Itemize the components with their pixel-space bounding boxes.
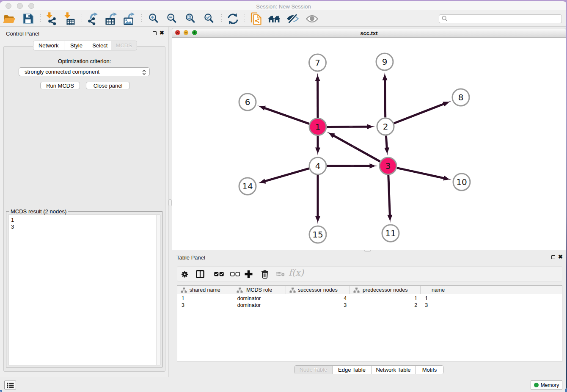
edge-arrow-4-14: [258, 179, 266, 184]
edge-3-11[interactable]: [388, 175, 390, 215]
memory-button[interactable]: Memory: [531, 380, 562, 390]
edge-mark: [351, 166, 354, 166]
export-table-button[interactable]: [105, 11, 118, 27]
select-all-button[interactable]: [214, 269, 224, 279]
table-tab-network-table[interactable]: Network Table: [372, 366, 416, 374]
column-header-label: predecessor nodes: [363, 287, 407, 293]
search-input[interactable]: [448, 15, 561, 22]
save-session-button[interactable]: [20, 11, 36, 27]
graph-node-label-2: 2: [383, 121, 388, 132]
table-tab-motifs[interactable]: Motifs: [416, 366, 443, 374]
edge-mark: [349, 126, 352, 127]
show-all-button[interactable]: [306, 11, 318, 27]
table-cell[interactable]: dominator: [237, 295, 261, 302]
edge-2-8[interactable]: [394, 104, 444, 123]
import-network-button[interactable]: [46, 11, 56, 27]
import-table-button[interactable]: [64, 11, 75, 27]
node-table[interactable]: shared nameMCDS rolesuccessor nodesprede…: [177, 285, 562, 362]
add-column-button[interactable]: [245, 269, 253, 279]
edge-3-1[interactable]: [333, 135, 380, 162]
column-header-MCDS-role[interactable]: MCDS role: [233, 286, 286, 294]
mcds-result-title: MCDS result (2 nodes): [9, 208, 68, 215]
control-panel-tabs: NetworkStyleSelectMCDS: [33, 41, 137, 50]
table-tab-node-table[interactable]: Node Table: [295, 366, 333, 374]
split-columns-button[interactable]: [196, 269, 205, 279]
edge-1-6[interactable]: [264, 108, 309, 124]
reset-view-button[interactable]: [267, 11, 282, 27]
graph-node-label-8: 8: [458, 92, 464, 102]
search-icon: [441, 15, 448, 22]
zoom-fit-button[interactable]: [186, 11, 195, 27]
zoom-out-button[interactable]: [167, 11, 176, 27]
control-panel-title: Control Panel: [6, 30, 39, 37]
function-builder-button[interactable]: f(x): [289, 268, 303, 277]
status-bar: Memory: [0, 377, 567, 392]
refresh-button[interactable]: [225, 11, 240, 27]
table-cell[interactable]: 4: [286, 295, 347, 302]
zoom-in-icon: [149, 14, 158, 24]
search-box[interactable]: [439, 14, 562, 23]
toolbar-separator: [245, 13, 245, 25]
table-panel-title: Table Panel: [176, 254, 205, 261]
table-panel-close-icon[interactable]: ✖: [558, 255, 563, 259]
table-cell[interactable]: 1: [350, 295, 417, 302]
export-network-icon: [88, 12, 99, 25]
table-settings-button[interactable]: [181, 269, 188, 279]
close-panel-button[interactable]: Close panel: [86, 82, 130, 89]
duplicate-network-button[interactable]: [248, 11, 264, 27]
control-panel: Control Panel ✖ NetworkStyleSelectMCDS O…: [0, 27, 169, 377]
run-mcds-button[interactable]: Run MCDS: [40, 82, 80, 89]
delete-table-button[interactable]: [276, 269, 285, 279]
network-window-titlebar[interactable]: scc.txt: [172, 28, 566, 38]
table-panel: Table Panel ✖: [172, 253, 566, 377]
export-network-button[interactable]: [88, 11, 99, 27]
result-scrollbar[interactable]: [156, 215, 160, 365]
graph-node-label-3: 3: [385, 161, 391, 171]
optimization-dropdown[interactable]: strongly connected component: [19, 67, 150, 76]
edge-3-10[interactable]: [397, 168, 444, 179]
control-panel-tab-network[interactable]: Network: [33, 41, 64, 50]
control-panel-close-icon[interactable]: ✖: [160, 31, 164, 35]
table-cell[interactable]: 1: [182, 295, 184, 302]
zoom-in-button[interactable]: [149, 11, 158, 27]
deselect-all-button[interactable]: [230, 269, 240, 279]
table-cell[interactable]: dominator: [237, 302, 261, 309]
table-tab-edge-table[interactable]: Edge Table: [333, 366, 372, 374]
edge-4-14[interactable]: [264, 168, 309, 182]
mcds-result-text[interactable]: 1 3: [8, 215, 160, 365]
task-history-button[interactable]: [4, 381, 16, 389]
table-cell[interactable]: 3: [182, 302, 184, 309]
toolbar-separator: [221, 13, 222, 25]
table-cell[interactable]: 3: [286, 302, 347, 309]
zoom-selected-button[interactable]: [204, 11, 214, 27]
export-image-button[interactable]: [124, 11, 135, 27]
control-panel-tab-select[interactable]: Select: [89, 41, 112, 50]
column-header-name[interactable]: name: [421, 286, 456, 294]
edge-2-3[interactable]: [386, 135, 387, 148]
open-session-button[interactable]: [2, 11, 17, 27]
hide-selected-button[interactable]: [286, 11, 299, 27]
control-panel-tab-style[interactable]: Style: [64, 41, 89, 50]
memory-label: Memory: [541, 382, 559, 388]
control-panel-float-icon[interactable]: [153, 31, 157, 35]
table-panel-float-icon[interactable]: [551, 255, 555, 259]
copy-document-icon: [250, 12, 262, 25]
delete-column-button[interactable]: [261, 269, 269, 279]
column-header-predecessor-nodes[interactable]: predecessor nodes: [350, 286, 421, 294]
column-header-successor-nodes[interactable]: successor nodes: [286, 286, 350, 294]
network-canvas[interactable]: 1234678910111415: [172, 38, 566, 250]
control-panel-tab-mcds[interactable]: MCDS: [111, 41, 137, 50]
delete-table-icon: [276, 271, 285, 277]
home-icon: [268, 15, 281, 23]
vertical-splitter-handle[interactable]: [168, 199, 172, 206]
table-cell[interactable]: 3: [425, 302, 428, 309]
optimization-label: Optimization criterion:: [0, 58, 169, 64]
memory-status-dot: [534, 383, 539, 387]
main-toolbar: [0, 10, 567, 27]
edge-2-9[interactable]: [385, 79, 385, 117]
graph-node-label-9: 9: [382, 57, 388, 67]
edge-arrow-1-7: [315, 73, 320, 81]
column-header-shared-name[interactable]: shared name: [177, 286, 233, 294]
table-cell[interactable]: 1: [425, 295, 428, 302]
table-cell[interactable]: 2: [350, 302, 417, 309]
